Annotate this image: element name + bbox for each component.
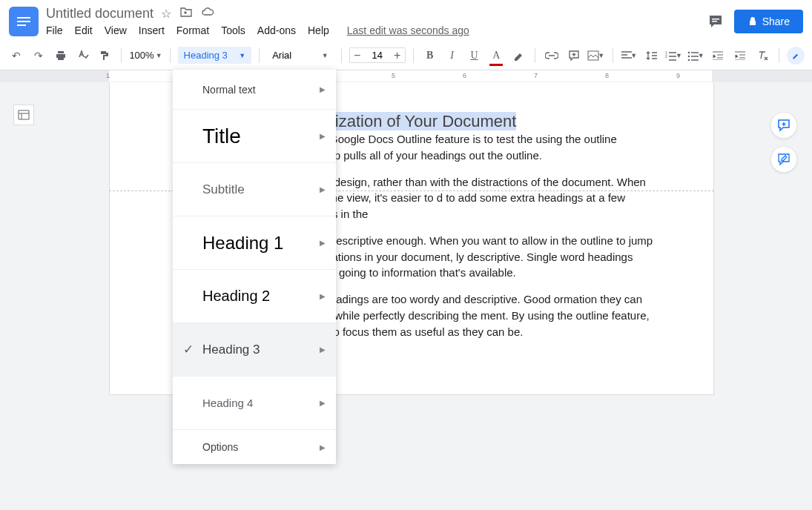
style-option-subtitle[interactable]: Subtitle▶ [173,163,336,216]
italic-button[interactable]: I [443,47,461,64]
submenu-arrow-icon: ▶ [320,399,326,407]
decrease-indent-button[interactable] [709,47,727,64]
style-option-title[interactable]: Title▶ [173,110,336,163]
font-size-decrease[interactable]: − [350,49,365,62]
spellcheck-button[interactable] [74,47,92,64]
print-button[interactable] [52,47,70,64]
cloud-status-icon[interactable] [201,7,214,21]
submenu-arrow-icon: ▶ [320,185,326,193]
submenu-arrow-icon: ▶ [320,85,326,93]
font-size-control[interactable]: − 14 + [349,47,406,63]
style-option-heading-1[interactable]: Heading 1▶ [173,216,336,270]
suggest-edits-side-button[interactable] [770,146,797,173]
submenu-arrow-icon: ▶ [320,239,326,247]
style-option-options[interactable]: Options▶ [173,430,336,464]
last-edit-status[interactable]: Last edit was seconds ago [347,24,469,36]
share-label: Share [762,16,790,27]
style-option-label: Title [202,125,241,148]
add-comment-side-button[interactable] [770,112,797,139]
toolbar: ↶ ↷ 100%▼ Heading 3▼ Arial▼ − 14 + B I U… [0,41,812,70]
align-button[interactable]: ▼ [621,47,638,64]
editor-workspace: the Organization of Your Document ns to … [0,82,812,510]
menu-view[interactable]: View [105,24,127,36]
svg-point-7 [688,59,690,60]
style-option-heading-2[interactable]: Heading 2▶ [173,270,336,323]
svg-rect-1 [712,21,717,22]
font-dropdown[interactable]: Arial▼ [267,46,334,64]
svg-rect-2 [588,51,598,60]
line-spacing-button[interactable] [643,47,661,64]
submenu-arrow-icon: ▶ [320,132,326,140]
style-option-label: Subtitle [202,182,245,197]
style-option-label: Heading 3 [202,342,260,357]
style-option-label: Options [202,441,238,453]
add-comment-button[interactable] [565,47,583,64]
style-option-heading-4[interactable]: Heading 4▶ [173,377,336,430]
text-color-button[interactable]: A [487,47,505,64]
paragraph-style-dropdown[interactable]: Heading 3▼ [178,47,252,64]
zoom-dropdown[interactable]: 100%▼ [129,50,162,61]
numbered-list-button[interactable]: 12▼ [665,47,683,64]
bulleted-list-button[interactable]: ▼ [687,47,704,64]
highlight-button[interactable] [509,47,527,64]
font-size-increase[interactable]: + [390,49,405,62]
menu-addons[interactable]: Add-ons [257,24,296,36]
style-option-label: Heading 2 [202,288,270,305]
clear-formatting-button[interactable] [753,47,771,64]
submenu-arrow-icon: ▶ [320,443,326,451]
insert-image-button[interactable]: ▼ [587,47,605,64]
menu-file[interactable]: File [46,24,63,36]
editing-mode-button[interactable] [787,47,805,64]
insert-link-button[interactable] [543,47,561,64]
docs-logo[interactable] [9,7,39,36]
star-icon[interactable]: ☆ [161,7,171,21]
menu-format[interactable]: Format [176,24,209,36]
svg-point-5 [688,51,690,53]
increase-indent-button[interactable] [731,47,749,64]
submenu-arrow-icon: ▶ [320,345,326,354]
show-outline-button[interactable] [13,105,34,125]
bold-button[interactable]: B [421,47,439,64]
menubar: File Edit View Insert Format Tools Add-o… [46,24,707,36]
move-icon[interactable] [180,7,192,21]
menu-tools[interactable]: Tools [221,24,245,36]
redo-button[interactable]: ↷ [30,47,47,64]
undo-button[interactable]: ↶ [7,47,25,64]
document-title[interactable]: Untitled document [46,6,154,21]
svg-text:2: 2 [665,54,667,59]
style-option-normal-text[interactable]: Normal text▶ [173,70,336,110]
underline-button[interactable]: U [466,47,483,64]
style-option-label: Heading 4 [202,397,253,409]
share-button[interactable]: Share [734,10,803,33]
check-icon: ✓ [183,342,194,357]
comment-history-icon[interactable] [707,13,724,30]
menu-help[interactable]: Help [308,24,329,36]
style-option-heading-3[interactable]: ✓Heading 3▶ [173,323,336,377]
style-option-label: Heading 1 [202,233,283,254]
menu-edit[interactable]: Edit [75,24,93,36]
submenu-arrow-icon: ▶ [320,292,326,300]
style-option-label: Normal text [202,84,256,96]
menu-insert[interactable]: Insert [139,24,165,36]
font-size-value[interactable]: 14 [365,48,390,62]
horizontal-ruler[interactable]: 1 2 3 4 5 6 7 8 9 [0,70,812,82]
lock-icon [747,16,758,27]
paint-format-button[interactable] [96,47,114,64]
svg-point-6 [688,55,690,57]
svg-rect-0 [712,19,719,20]
paragraph-styles-menu: Normal text▶Title▶Subtitle▶Heading 1▶Hea… [173,70,336,464]
